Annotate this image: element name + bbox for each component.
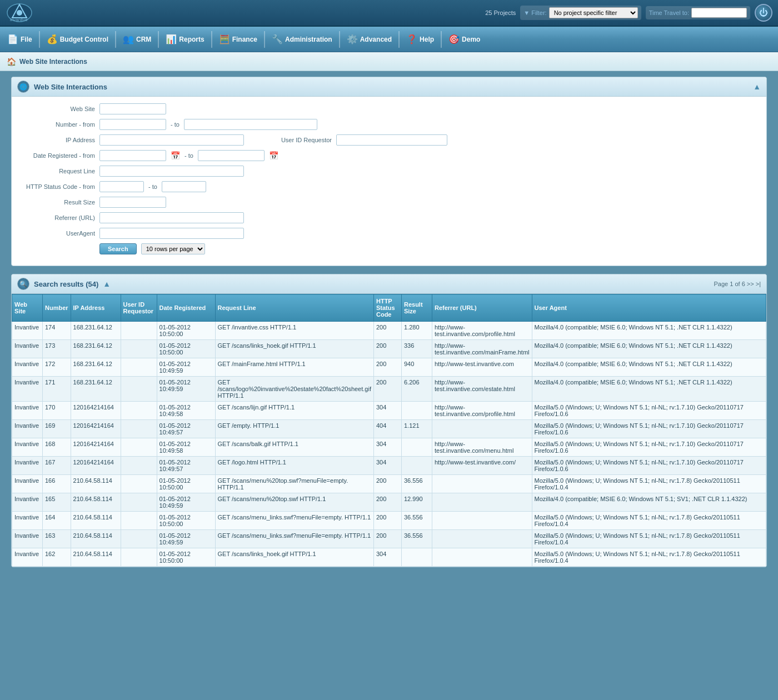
http-from-input[interactable] <box>99 181 144 192</box>
referrer-input[interactable] <box>99 212 244 223</box>
table-row: Invantive165210.64.58.11401-05-2012 10:4… <box>12 493 766 512</box>
table-cell: 940 <box>401 358 432 377</box>
table-cell <box>401 457 432 475</box>
table-cell: 210.64.58.114 <box>71 548 121 567</box>
page-info: Page 1 of 6 >> >| <box>714 281 761 287</box>
nav-item-finance[interactable]: 🧮 Finance <box>215 32 262 47</box>
search-panel-collapse[interactable]: ▲ <box>753 82 761 91</box>
nav-item-file[interactable]: 📄 File <box>3 32 37 47</box>
table-cell: 01-05-2012 10:49:58 <box>157 438 215 457</box>
number-to-label: - to <box>171 121 179 128</box>
table-row: Invantive166210.64.58.11401-05-2012 10:5… <box>12 475 766 493</box>
http-to-input[interactable] <box>162 181 206 192</box>
nav-label-reports: Reports <box>179 36 204 43</box>
results-table: Web Site Number IP Address User ID Reque… <box>12 294 766 567</box>
table-cell <box>121 420 157 438</box>
referrer-label: Referrer (URL) <box>23 214 95 221</box>
table-cell <box>121 548 157 567</box>
search-panel-icon: 🌐 <box>17 81 29 93</box>
results-panel-icon: 🔍 <box>17 278 29 290</box>
date-to-input[interactable] <box>198 150 265 161</box>
table-cell: GET /mainFrame.html HTTP/1.1 <box>215 358 373 377</box>
userid-input[interactable] <box>336 134 447 146</box>
table-cell: 120164214164 <box>71 457 121 475</box>
table-cell: 6.206 <box>401 377 432 402</box>
table-cell <box>121 438 157 457</box>
table-cell: 165 <box>43 493 71 512</box>
table-cell: 01-05-2012 10:50:00 <box>157 475 215 493</box>
col-header-agent: User Agent <box>532 294 766 322</box>
results-panel-collapse[interactable]: ▲ <box>103 279 111 288</box>
results-panel-header: 🔍 Search results (54) ▲ Page 1 of 6 >> >… <box>12 274 766 294</box>
table-cell: Mozilla/4.0 (compatible; MSIE 6.0; Windo… <box>532 322 766 340</box>
table-cell: 210.64.58.114 <box>71 493 121 512</box>
table-cell: 210.64.58.114 <box>71 512 121 530</box>
request-input[interactable] <box>99 166 244 177</box>
ip-label: IP Address <box>23 137 95 143</box>
number-to-input[interactable] <box>184 119 317 130</box>
nav-item-help[interactable]: ❓ Help <box>402 32 438 47</box>
nav-item-demo[interactable]: 🎯 Demo <box>444 32 485 47</box>
results-panel: 🔍 Search results (54) ▲ Page 1 of 6 >> >… <box>11 274 767 567</box>
table-cell: Invantive <box>12 457 43 475</box>
nav-item-budget-control[interactable]: 💰 Budget Control <box>42 32 113 47</box>
table-cell: GET /scans/lijn.gif HTTP/1.1 <box>215 402 373 420</box>
table-cell: 200 <box>373 512 401 530</box>
col-header-ip: IP Address <box>71 294 121 322</box>
demo-icon: 🎯 <box>448 34 460 44</box>
table-cell: 200 <box>373 358 401 377</box>
table-cell: Invantive <box>12 548 43 567</box>
form-row-result: Result Size <box>23 197 755 208</box>
date-to-calendar-icon[interactable]: 📅 <box>269 151 278 160</box>
nav-item-advanced[interactable]: ⚙️ Advanced <box>342 32 396 47</box>
table-cell: http://www-test.invantive.com/mainFrame.… <box>432 340 532 358</box>
date-from-label: Date Registered - from <box>23 152 95 159</box>
advanced-icon: ⚙️ <box>347 34 358 44</box>
table-cell: 168.231.64.12 <box>71 377 121 402</box>
table-cell <box>432 475 532 493</box>
file-icon: 📄 <box>7 34 18 44</box>
table-cell: Mozilla/5.0 (Windows; U; Windows NT 5.1;… <box>532 438 766 457</box>
useragent-input[interactable] <box>99 228 244 239</box>
table-cell: GET /scans/links_hoek.gif HTTP/1.1 <box>215 548 373 567</box>
form-row-date: Date Registered - from 📅 - to 📅 <box>23 150 755 161</box>
nav-label-admin: Administration <box>285 36 332 43</box>
nav-item-administration[interactable]: 🔧 Administration <box>267 32 337 47</box>
table-header-row: Web Site Number IP Address User ID Reque… <box>12 294 766 322</box>
table-cell: http://www-test.invantive.com <box>432 358 532 377</box>
ip-input[interactable] <box>99 134 244 146</box>
form-row-request: Request Line <box>23 166 755 177</box>
nav-divider-3 <box>158 31 159 48</box>
main-content: 🌐 Web Site Interactions ▲ Web Site Numbe… <box>0 71 778 581</box>
result-size-input[interactable] <box>99 197 166 208</box>
col-header-request: Request Line <box>215 294 373 322</box>
search-button[interactable]: Search <box>99 243 137 254</box>
filter-select[interactable]: No project specific filter <box>549 7 638 18</box>
search-panel-title: Web Site Interactions <box>34 83 749 91</box>
nav-item-crm[interactable]: 👥 CRM <box>118 32 156 47</box>
number-from-input[interactable] <box>99 119 166 130</box>
rows-per-page-select[interactable]: 10 rows per page 25 rows per page 50 row… <box>141 243 205 254</box>
col-header-http: HTTP Status Code <box>373 294 401 322</box>
time-travel-section: Time Travel to: <box>646 6 750 19</box>
nav-label-finance: Finance <box>232 36 257 43</box>
web-site-input[interactable] <box>99 103 166 114</box>
table-cell: 01-05-2012 10:49:59 <box>157 377 215 402</box>
table-cell: 01-05-2012 10:50:00 <box>157 322 215 340</box>
table-cell: 210.64.58.114 <box>71 530 121 548</box>
table-cell: 01-05-2012 10:49:57 <box>157 457 215 475</box>
logo-area: invantive <box>6 2 33 23</box>
table-cell: 200 <box>373 377 401 402</box>
home-icon[interactable]: 🏠 <box>7 57 16 66</box>
table-row: Invantive164210.64.58.11401-05-2012 10:5… <box>12 512 766 530</box>
projects-count: 25 Projects <box>485 9 516 16</box>
userid-label: User ID Requestor <box>260 137 332 143</box>
top-right-controls: 25 Projects ▼ Filter: No project specifi… <box>485 4 772 22</box>
nav-item-reports[interactable]: 📊 Reports <box>161 32 208 47</box>
date-from-input[interactable] <box>99 150 166 161</box>
nav-divider-7 <box>398 31 400 48</box>
filter-icon: ▼ <box>523 9 530 16</box>
time-travel-input[interactable] <box>691 8 747 18</box>
power-button[interactable]: ⏻ <box>755 4 772 22</box>
date-from-calendar-icon[interactable]: 📅 <box>171 151 180 160</box>
